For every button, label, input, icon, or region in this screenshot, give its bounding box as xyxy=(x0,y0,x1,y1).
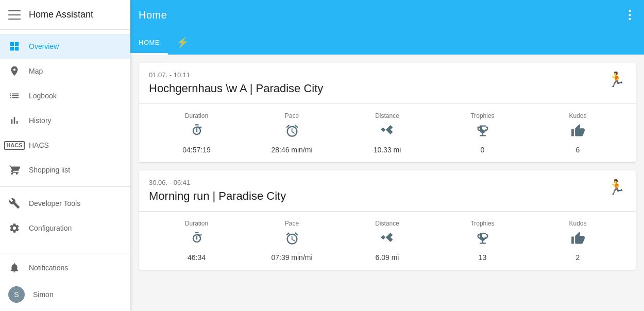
stat-trophies-2: Trophies 13 xyxy=(435,220,530,262)
pace-icon-2 xyxy=(285,231,299,249)
stat-trophies-label-1: Trophies xyxy=(470,112,494,119)
trophy-icon-2 xyxy=(476,231,490,249)
sidebar-item-shopping-list-label: Shopping list xyxy=(29,166,70,174)
app-title: Home Assistant xyxy=(29,9,93,20)
sidebar-item-hacs[interactable]: HACS HACS xyxy=(0,133,130,158)
sidebar-item-map[interactable]: Map xyxy=(0,59,130,83)
stat-kudos-value-1: 6 xyxy=(576,146,580,154)
stat-trophies-value-2: 13 xyxy=(479,253,487,262)
pace-icon-1 xyxy=(285,124,299,142)
activity-info-2: 30.06. - 06:41 Morning run | Paradise Ci… xyxy=(149,179,286,203)
kudos-icon-2 xyxy=(571,231,585,249)
activity-run-icon-2: 🏃 xyxy=(607,179,625,196)
stat-kudos-value-2: 2 xyxy=(576,253,580,262)
stat-distance-value-1: 10.33 mi xyxy=(374,146,401,154)
activity-title-2: Morning run | Paradise City xyxy=(149,189,286,203)
stat-pace-1: Pace 28:46 min/mi xyxy=(244,112,340,154)
activity-info-1: 01.07. - 10:11 Hochgernhaus \w A | Parad… xyxy=(149,71,323,95)
stat-pace-label-2: Pace xyxy=(285,220,299,227)
sidebar-item-notifications-label: Notifications xyxy=(29,264,68,272)
user-name: Simon xyxy=(33,290,54,299)
content-area: 01.07. - 10:11 Hochgernhaus \w A | Parad… xyxy=(130,55,644,311)
activity-date-1: 01.07. - 10:11 xyxy=(149,71,323,79)
sidebar-nav: Overview Map Logbook xyxy=(0,30,130,253)
activity-card-1[interactable]: 01.07. - 10:11 Hochgernhaus \w A | Parad… xyxy=(139,63,636,162)
sidebar-item-overview[interactable]: Overview xyxy=(0,34,130,59)
grid-icon xyxy=(8,40,21,53)
tab-home[interactable]: HOME xyxy=(130,30,168,55)
sidebar-item-developer-tools[interactable]: Developer Tools xyxy=(0,191,130,216)
topbar: Home ⋮ xyxy=(130,0,644,30)
cart-icon xyxy=(8,164,21,176)
sidebar: Home Assistant Overview Map xyxy=(0,0,130,311)
stat-pace-value-2: 07:39 min/mi xyxy=(271,253,312,262)
trophy-icon-1 xyxy=(476,124,490,142)
more-options-icon[interactable]: ⋮ xyxy=(623,9,636,21)
stat-kudos-label-1: Kudos xyxy=(569,112,586,119)
stat-pace-label-1: Pace xyxy=(285,112,299,119)
nav-divider-1 xyxy=(0,186,130,187)
stat-duration-value-2: 46:34 xyxy=(188,253,206,262)
bell-icon xyxy=(8,262,21,274)
stat-kudos-1: Kudos 6 xyxy=(530,112,625,154)
sidebar-item-map-label: Map xyxy=(29,67,43,75)
stat-distance-label-2: Distance xyxy=(375,220,399,227)
activity-header-1: 01.07. - 10:11 Hochgernhaus \w A | Parad… xyxy=(139,63,636,104)
sidebar-item-developer-tools-label: Developer Tools xyxy=(29,199,80,208)
duration-icon-2 xyxy=(190,231,204,249)
stat-trophies-value-1: 0 xyxy=(481,146,485,154)
activity-card-2[interactable]: 30.06. - 06:41 Morning run | Paradise Ci… xyxy=(139,170,636,270)
sidebar-item-notifications[interactable]: Notifications xyxy=(0,255,130,280)
activity-date-2: 30.06. - 06:41 xyxy=(149,179,286,186)
tab-bar: HOME ⚡ xyxy=(130,30,644,55)
tab-home-label: HOME xyxy=(139,39,160,46)
sidebar-item-history-label: History xyxy=(29,116,52,125)
stat-distance-1: Distance 10.33 mi xyxy=(340,112,435,154)
stat-duration-label-1: Duration xyxy=(185,112,208,119)
lightning-icon: ⚡ xyxy=(176,36,190,48)
sidebar-item-user[interactable]: S Simon xyxy=(0,280,130,309)
stat-pace-2: Pace 07:39 min/mi xyxy=(244,220,340,262)
sidebar-item-logbook-label: Logbook xyxy=(29,92,57,100)
activity-title-1: Hochgernhaus \w A | Paradise City xyxy=(149,82,323,95)
stat-kudos-label-2: Kudos xyxy=(569,220,586,227)
stat-distance-2: Distance 6.09 mi xyxy=(340,220,435,262)
stat-distance-value-2: 6.09 mi xyxy=(376,253,399,262)
logbook-icon xyxy=(8,90,21,102)
history-icon xyxy=(8,114,21,127)
stat-duration-label-2: Duration xyxy=(185,220,208,227)
sidebar-footer: Notifications S Simon xyxy=(0,253,130,311)
activity-stats-1: Duration 04:57:19 Pace 28:46 min/mi Dist… xyxy=(139,104,636,162)
stat-duration-value-1: 04:57:19 xyxy=(182,146,211,154)
sidebar-item-configuration[interactable]: Configuration xyxy=(0,216,130,240)
sidebar-item-shopping-list[interactable]: Shopping list xyxy=(0,158,130,182)
sidebar-item-hacs-label: HACS xyxy=(29,141,49,149)
duration-icon-1 xyxy=(190,124,204,142)
hamburger-menu-icon[interactable] xyxy=(8,10,21,20)
stat-kudos-2: Kudos 2 xyxy=(530,220,625,262)
activity-stats-2: Duration 46:34 Pace 07:39 min/mi Distanc… xyxy=(139,212,636,270)
stat-trophies-label-2: Trophies xyxy=(470,220,494,227)
user-avatar: S xyxy=(8,286,25,303)
stat-duration-1: Duration 04:57:19 xyxy=(149,112,244,154)
hacs-icon: HACS xyxy=(8,139,21,151)
activity-run-icon-1: 🏃 xyxy=(607,71,625,88)
stat-pace-value-1: 28:46 min/mi xyxy=(271,146,312,154)
sidebar-item-configuration-label: Configuration xyxy=(29,224,72,232)
sidebar-item-logbook[interactable]: Logbook xyxy=(0,83,130,108)
sidebar-item-history[interactable]: History xyxy=(0,108,130,133)
stat-distance-label-1: Distance xyxy=(375,112,399,119)
activity-header-2: 30.06. - 06:41 Morning run | Paradise Ci… xyxy=(139,170,636,212)
kudos-icon-1 xyxy=(571,124,585,142)
sidebar-header: Home Assistant xyxy=(0,0,130,30)
wrench-icon xyxy=(8,197,21,210)
stat-trophies-1: Trophies 0 xyxy=(435,112,530,154)
gear-icon xyxy=(8,222,21,234)
distance-icon-1 xyxy=(380,124,395,142)
stat-duration-2: Duration 46:34 xyxy=(149,220,244,262)
sidebar-item-overview-label: Overview xyxy=(29,42,59,50)
main-content: Home ⋮ HOME ⚡ 01.07. - 10:11 Hochgernhau… xyxy=(130,0,644,311)
tab-lightning[interactable]: ⚡ xyxy=(168,30,198,55)
distance-icon-2 xyxy=(380,231,395,249)
map-icon xyxy=(8,65,21,77)
